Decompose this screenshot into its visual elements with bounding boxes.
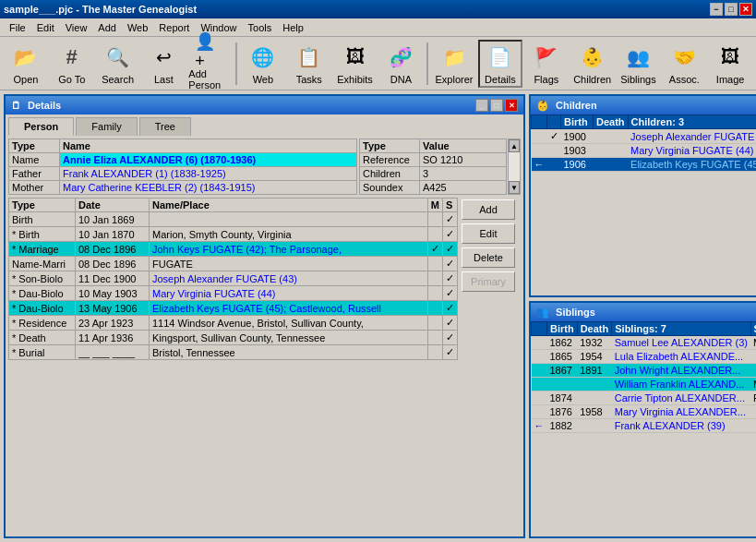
toolbar-addperson[interactable]: 👤+ Add Person (187, 40, 232, 88)
primary-button[interactable]: Primary (462, 271, 515, 292)
addperson-icon: 👤+ (195, 37, 224, 66)
toolbar-image[interactable]: 🖼 Image (708, 40, 752, 88)
sib-name[interactable]: Samuel Lee ALEXANDER (3) (612, 336, 750, 350)
toolbar-last-label: Last (154, 74, 174, 85)
sib-name[interactable]: John Wright ALEXANDER... (612, 364, 750, 378)
details-close-btn[interactable]: ✕ (505, 99, 518, 112)
edit-button[interactable]: Edit (462, 223, 515, 244)
events-header-row: Type Date Name/Place M S (9, 199, 458, 212)
children-name[interactable]: Elizabeth Keys FUGATE (45) (628, 158, 756, 172)
mother-value[interactable]: Mary Catherine KEEBLER (2) (1843-1915) (60, 181, 357, 195)
siblings-row: 1865 1954 Lula Elizabeth ALEXANDE... (532, 350, 757, 364)
details-restore-btn[interactable]: □ (490, 99, 503, 112)
children-name[interactable]: Joseph Alexander FUGATE ( (628, 129, 756, 144)
menu-tools[interactable]: Tools (243, 20, 278, 35)
scroll-up-btn[interactable]: ▲ (509, 139, 520, 152)
sib-death: 1891 (577, 364, 612, 378)
toolbar-exhibits-label: Exhibits (337, 74, 373, 85)
menu-view[interactable]: View (60, 20, 93, 35)
event-place: 1114 Windsor Avenue, Bristol, Sullivan C… (150, 316, 428, 331)
toolbar-web[interactable]: 🌐 Web (241, 40, 285, 88)
scroll-down-btn[interactable]: ▼ (509, 181, 520, 194)
sib-birth (547, 378, 578, 391)
table-header-row: Type Name (9, 139, 357, 153)
event-m: ✓ (427, 242, 442, 257)
siblings-sex-th: Sex (750, 322, 756, 336)
delete-button[interactable]: Delete (462, 247, 515, 268)
details-minimize-btn[interactable]: _ (475, 99, 488, 112)
ref-val3: A425 (420, 181, 507, 195)
children-death (594, 129, 629, 144)
toolbar: 📂 Open # Go To 🔍 Search ↩ Last 👤+ Add Pe… (0, 37, 756, 90)
tab-family[interactable]: Family (76, 117, 137, 136)
event-date: 11 Dec 1900 (76, 271, 150, 286)
toolbar-tasks[interactable]: 📋 Tasks (287, 40, 331, 88)
toolbar-image-label: Image (716, 74, 745, 85)
event-m (427, 227, 442, 242)
tab-person[interactable]: Person (8, 117, 74, 136)
col-date-th: Date (76, 199, 150, 212)
toolbar-assoc[interactable]: 🤝 Assoc. (662, 40, 706, 88)
sib-name[interactable]: William Franklin ALEXAND... (612, 378, 750, 391)
menu-add[interactable]: Add (92, 20, 122, 35)
close-button[interactable]: ✕ (739, 3, 752, 16)
toolbar-last[interactable]: ↩ Last (141, 40, 186, 88)
details-panel: 🗒 Details _ □ ✕ Person Family Tree Type (4, 94, 525, 538)
children-death-th: Death (594, 115, 629, 129)
children-arrow: ← (532, 158, 547, 172)
toolbar-exhibits[interactable]: 🖼 Exhibits (333, 40, 378, 88)
children-check-col (547, 115, 561, 129)
toolbar-dna[interactable]: 🧬 DNA (378, 40, 423, 88)
explorer-icon: 📁 (439, 42, 469, 72)
event-date: 11 Apr 1936 (76, 331, 150, 345)
children-birth: 1903 (561, 144, 594, 158)
father-value[interactable]: Frank ALEXANDER (1) (1838-1925) (60, 167, 357, 181)
event-row: * Dau-Biolo 13 May 1906 Elizabeth Keys F… (9, 301, 458, 316)
menu-report[interactable]: Report (153, 20, 195, 35)
window-controls: − □ ✕ (710, 3, 752, 16)
person-table: Type Name Name Annie Eliza ALEXANDER (6)… (8, 139, 357, 195)
menu-help[interactable]: Help (277, 20, 309, 35)
minimize-button[interactable]: − (710, 3, 723, 16)
maximize-button[interactable]: □ (725, 3, 738, 16)
add-button[interactable]: Add (462, 199, 515, 220)
menu-file[interactable]: File (4, 20, 31, 35)
sib-arrow (532, 364, 547, 378)
children-icon-small: 👶 (536, 100, 549, 111)
toolbar-open[interactable]: 📂 Open (4, 40, 48, 88)
toolbar-search[interactable]: 🔍 Search (96, 40, 140, 88)
sib-sex: M (750, 378, 756, 391)
toolbar-siblings[interactable]: 👥 Siblings (617, 40, 661, 88)
children-birth-th: Birth (561, 115, 594, 129)
event-date: 23 Apr 1923 (76, 316, 150, 331)
ref-scrollbar[interactable]: ▲ ▼ (508, 139, 521, 195)
image-icon: 🖼 (715, 42, 745, 72)
siblings-birth-th: Birth (547, 322, 578, 336)
details-panel-header: 🗒 Details _ □ ✕ (6, 96, 523, 114)
sib-name[interactable]: Lula Elizabeth ALEXANDE... (612, 350, 750, 364)
ref-type-header: Type (360, 139, 420, 153)
toolbar-details[interactable]: 📄 Details (478, 40, 522, 88)
sib-name[interactable]: Mary Virginia ALEXANDER... (612, 405, 750, 419)
toolbar-search-label: Search (102, 74, 134, 85)
children-row: ✓ 1900 Joseph Alexander FUGATE ( (532, 129, 757, 144)
event-row: * Son-Biolo 11 Dec 1900 Joseph Alexander… (9, 271, 458, 286)
sib-name[interactable]: Frank ALEXANDER (39) (612, 419, 750, 433)
siblings-table-container: Birth Death Siblings: 7 Sex 1862 1932 Sa… (531, 321, 756, 536)
sib-name[interactable]: Carrie Tipton ALEXANDER... (612, 391, 750, 405)
event-s: ✓ (443, 271, 458, 286)
toolbar-explorer[interactable]: 📁 Explorer (432, 40, 476, 88)
toolbar-goto[interactable]: # Go To (50, 40, 94, 88)
toolbar-flags[interactable]: 🚩 Flags (524, 40, 569, 88)
sib-sex (750, 350, 756, 364)
children-icon: 👶 (578, 42, 607, 72)
tab-tree[interactable]: Tree (139, 117, 191, 136)
toolbar-children[interactable]: 👶 Children (570, 40, 615, 88)
children-name[interactable]: Mary Virginia FUGATE (44) (628, 144, 756, 158)
toolbar-open-label: Open (13, 74, 38, 85)
menu-web[interactable]: Web (122, 20, 153, 35)
menu-edit[interactable]: Edit (31, 20, 60, 35)
details-tabs: Person Family Tree (6, 114, 523, 136)
children-death (594, 144, 629, 158)
event-s: ✓ (443, 257, 458, 271)
